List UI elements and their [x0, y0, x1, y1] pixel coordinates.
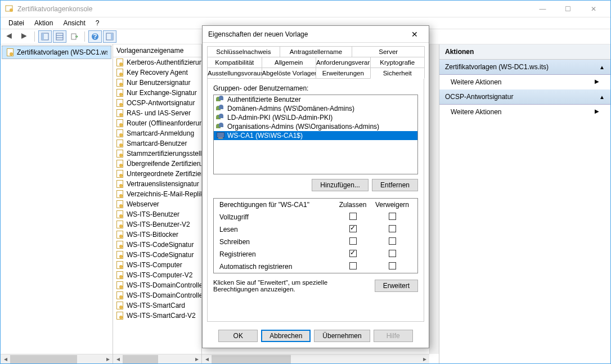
minimize-button[interactable]: —: [530, 1, 555, 17]
toolbar-panel2-button[interactable]: [53, 30, 66, 43]
list-item[interactable]: WS-ITS-Benutzer-V2: [113, 219, 201, 230]
chevron-right-icon: ▶: [595, 78, 599, 86]
list-item[interactable]: Übergreifende Zertifizierungsstelle: [113, 159, 201, 169]
list-item[interactable]: Vertrauenslistensignatur: [113, 179, 201, 189]
allow-checkbox[interactable]: [349, 237, 357, 245]
menu-help[interactable]: ?: [91, 18, 104, 28]
list-item[interactable]: WS-ITS-DomainController: [113, 290, 201, 300]
list-item[interactable]: WS-ITS-Computer-V2: [113, 270, 201, 280]
tab[interactable]: Erweiterungen: [316, 68, 371, 79]
nav-back-button[interactable]: ⯇: [3, 30, 16, 43]
group-item[interactable]: LD-Admin-PKI (WS\LD-Admin-PKI): [214, 113, 417, 122]
group-item[interactable]: WS-CA1 (WS\WS-CA1$): [214, 131, 417, 140]
spacer-hscroll[interactable]: ◂ ▸: [202, 354, 429, 363]
tab[interactable]: Server: [352, 46, 425, 57]
groups-listbox[interactable]: Authentifizierte BenutzerDomänen-Admins …: [213, 95, 418, 174]
menu-view[interactable]: Ansicht: [59, 18, 89, 28]
tree-root-item[interactable]: Zertifikatvorlagen (WS-DC1.ws.its): [2, 46, 111, 59]
close-button[interactable]: ✕: [581, 1, 606, 17]
list-item[interactable]: Untergeordnete Zertifizierungsstelle: [113, 169, 201, 179]
list-item[interactable]: WS-ITS-Bitlocker: [113, 230, 201, 240]
apply-button[interactable]: Übernehmen: [314, 330, 370, 342]
tree-root-label: Zertifikatvorlagen (WS-DC1.ws.its): [17, 48, 107, 56]
maximize-button[interactable]: ☐: [555, 1, 581, 17]
properties-dialog: Eigenschaften der neuen Vorlage ✕ Schlüs…: [202, 25, 429, 348]
actions-more-2[interactable]: Weitere Aktionen ▶: [439, 105, 610, 119]
actions-group-templates[interactable]: Zertifikatvorlagen (WS-DC1.ws.its) ▲: [439, 60, 610, 75]
tab[interactable]: Antragstellername: [280, 46, 353, 57]
actions-more-1[interactable]: Weitere Aktionen ▶: [439, 75, 610, 89]
list-item[interactable]: WS-ITS-SmartCard: [113, 300, 201, 311]
list-item[interactable]: WS-ITS-SmartCard-V2: [113, 311, 201, 321]
group-item[interactable]: Authentifizierte Benutzer: [214, 95, 417, 104]
tree-hscroll[interactable]: ◂ ▸: [1, 354, 113, 363]
list-item[interactable]: Nur Benutzersignatur: [113, 78, 201, 88]
list-item[interactable]: OCSP-Antwortsignatur: [113, 98, 201, 108]
deny-checkbox[interactable]: [389, 213, 396, 220]
tab[interactable]: Kryptografie: [370, 57, 425, 68]
dialog-close-button[interactable]: ✕: [406, 30, 423, 39]
list-item[interactable]: WS-ITS-Benutzer: [113, 209, 201, 219]
tab-panel-security: Gruppen- oder Benutzernamen: Authentifiz…: [207, 78, 424, 322]
advanced-button[interactable]: Erweitert: [375, 280, 418, 292]
list-item[interactable]: Smartcard-Benutzer: [113, 138, 201, 149]
scroll-left-icon[interactable]: ◂: [113, 354, 123, 364]
list-item[interactable]: Verzeichnis-E-Mail-Replikation: [113, 189, 201, 199]
allow-checkbox[interactable]: [349, 213, 357, 220]
list-item[interactable]: WS-ITS-Computer: [113, 260, 201, 270]
group-item[interactable]: Domänen-Admins (WS\Domänen-Admins): [214, 104, 417, 113]
allow-checkbox[interactable]: [349, 250, 357, 257]
list-item[interactable]: Stammzertifizierungsstelle: [113, 149, 201, 159]
tab[interactable]: Kompatibilität: [207, 57, 262, 68]
deny-checkbox[interactable]: [389, 225, 396, 232]
ok-button[interactable]: OK: [218, 330, 258, 342]
scroll-right-icon[interactable]: ▸: [420, 354, 429, 364]
certificate-icon: [115, 281, 124, 290]
scroll-right-icon[interactable]: ▸: [192, 354, 201, 364]
actions-group-ocsp[interactable]: OCSP-Antwortsignatur ▲: [439, 89, 610, 105]
remove-button[interactable]: Entfernen: [372, 179, 418, 191]
collapse-icon: ▲: [599, 94, 605, 100]
allow-checkbox[interactable]: [349, 262, 357, 269]
toolbar-export-button[interactable]: [68, 30, 81, 43]
list-item[interactable]: Key Recovery Agent: [113, 68, 201, 78]
nav-forward-button[interactable]: ⯈: [17, 30, 31, 43]
list-item[interactable]: Nur Exchange-Signatur: [113, 88, 201, 98]
list-item[interactable]: RAS- und IAS-Server: [113, 108, 201, 118]
tab[interactable]: Schlüsselnachweis: [207, 46, 280, 57]
scroll-left-icon[interactable]: ◂: [202, 354, 212, 364]
users-icon: [216, 123, 225, 131]
list-item[interactable]: Webserver: [113, 199, 201, 209]
scroll-right-icon[interactable]: ▸: [103, 354, 113, 364]
group-item[interactable]: Organisations-Admins (WS\Organisations-A…: [214, 122, 417, 131]
tab[interactable]: Ausstellungsvoraussetzungen: [207, 68, 262, 79]
allow-checkbox[interactable]: [349, 225, 357, 232]
deny-checkbox[interactable]: [389, 237, 396, 245]
tab[interactable]: Allgemein: [262, 57, 317, 68]
tab[interactable]: Sicherheit: [370, 68, 425, 79]
tab[interactable]: Anforderungsverarbeitung: [316, 57, 371, 68]
toolbar-panel1-button[interactable]: [38, 30, 52, 43]
toolbar-panel3-button[interactable]: [103, 30, 116, 43]
cancel-button[interactable]: Abbrechen: [261, 330, 311, 342]
menu-action[interactable]: Aktion: [30, 18, 57, 28]
list-item[interactable]: WS-ITS-CodeSignatur: [113, 250, 201, 260]
add-button[interactable]: Hinzufügen...: [312, 179, 369, 191]
list-header[interactable]: Vorlagenanzeigename: [113, 44, 201, 57]
toolbar-help-button[interactable]: ?: [88, 30, 102, 43]
scroll-left-icon[interactable]: ◂: [1, 354, 10, 364]
menu-file[interactable]: Datei: [4, 18, 29, 28]
list-item[interactable]: Kerberos-Authentifizierung: [113, 57, 201, 68]
tab[interactable]: Abgelöste Vorlagen: [262, 68, 317, 79]
help-button[interactable]: Hilfe: [374, 330, 413, 342]
list-item[interactable]: WS-ITS-CodeSignatur: [113, 240, 201, 250]
list-pane: Vorlagenanzeigename Kerberos-Authentifiz…: [113, 44, 202, 363]
list-vscroll[interactable]: [429, 44, 439, 354]
deny-column: Verweigern: [372, 201, 412, 209]
deny-checkbox[interactable]: [389, 250, 396, 257]
deny-checkbox[interactable]: [389, 262, 396, 269]
list-item[interactable]: WS-ITS-DomainController: [113, 280, 201, 290]
list-item[interactable]: Smartcard-Anmeldung: [113, 128, 201, 138]
list-item[interactable]: Router (Offlineanforderung): [113, 118, 201, 128]
list-hscroll[interactable]: ◂ ▸: [113, 354, 201, 363]
